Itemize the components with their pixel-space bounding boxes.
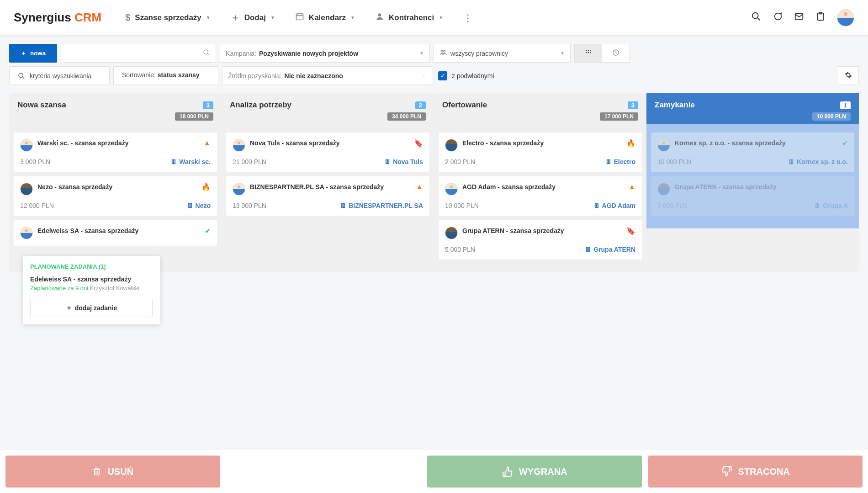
svg-point-7 xyxy=(441,50,443,52)
plus-icon: ＋ xyxy=(231,11,240,24)
user-avatar[interactable] xyxy=(837,9,854,27)
column-sum: 34 000 PLN xyxy=(387,112,426,121)
svg-rect-54 xyxy=(597,204,598,205)
search-icon[interactable] xyxy=(751,11,761,24)
svg-rect-14 xyxy=(590,52,591,53)
dollar-icon: $ xyxy=(125,12,130,23)
opportunity-card[interactable]: Electro - szansa sprzedaży 🔥 2 000 PLN E… xyxy=(439,133,642,172)
card-company-link[interactable]: Electro xyxy=(605,158,635,165)
new-button-label: nowa xyxy=(30,50,46,57)
card-company-link[interactable]: Warski sc. xyxy=(170,158,211,165)
card-title: Edelweiss SA - szansa sprzedaży xyxy=(37,227,200,235)
mail-icon[interactable] xyxy=(794,11,804,24)
opportunity-card[interactable]: Warski sc. - szansa sprzedaży ▲ 3 000 PL… xyxy=(14,133,217,172)
column-header[interactable]: Ofertowanie 3 17 000 PLN xyxy=(434,93,646,124)
new-button[interactable]: ＋ nowa xyxy=(9,44,57,63)
card-avatar xyxy=(445,183,458,196)
employees-dropdown[interactable]: wszyscy pracownicy ▼ xyxy=(434,44,571,63)
campaign-dropdown[interactable]: Kampania: Pozyskiwanie nowych projektów … xyxy=(220,44,430,63)
svg-rect-18 xyxy=(173,160,173,161)
card-company-link[interactable]: BIZNESPARTNER.PL SA xyxy=(340,202,423,209)
subordinates-label: z podwładnymi xyxy=(452,72,494,80)
card-title: Warski sc. - szansa sprzedaży xyxy=(37,139,199,148)
svg-rect-59 xyxy=(586,247,590,252)
svg-rect-69 xyxy=(790,161,791,162)
settings-button[interactable] xyxy=(838,66,859,85)
svg-rect-51 xyxy=(609,162,609,163)
opportunity-card[interactable]: Kornex sp. z o.o. - szansa sprzedaży ✔ 1… xyxy=(651,133,854,172)
svg-rect-20 xyxy=(173,161,173,162)
search-input[interactable] xyxy=(61,44,216,63)
nav-add[interactable]: ＋ Dodaj ▼ xyxy=(221,11,285,24)
chevron-down-icon: ▼ xyxy=(439,15,443,20)
column-header[interactable]: Zamykanie 1 10 000 PLN xyxy=(646,93,859,124)
card-company-link[interactable]: Kornex sp. z o.o. xyxy=(788,158,848,165)
nav-calendar[interactable]: Kalendarz ▼ xyxy=(285,12,365,23)
svg-rect-25 xyxy=(189,204,189,205)
opportunity-card[interactable]: Edelweiss SA - szansa sprzedaży ✔ xyxy=(14,220,217,246)
criteria-button[interactable]: kryteria wyszukiwania xyxy=(9,66,110,85)
svg-rect-24 xyxy=(188,203,191,208)
card-amount: 21 000 PLN xyxy=(233,158,266,165)
nav-more[interactable]: ⋮ xyxy=(453,12,482,23)
card-amount: 10 000 PLN xyxy=(657,158,691,165)
card-company-link[interactable]: Grupa ATERN xyxy=(585,246,635,253)
svg-rect-0 xyxy=(296,14,303,20)
opportunity-card[interactable]: Nezo - szansa sprzedaży 🔥 12 000 PLN Nez… xyxy=(14,176,217,216)
svg-rect-71 xyxy=(790,162,791,163)
svg-point-6 xyxy=(204,50,208,54)
nav-sales[interactable]: $ Szanse sprzedaży ▼ xyxy=(115,12,221,23)
column-header[interactable]: Nowa szansa 3 18 000 PLN xyxy=(9,93,222,124)
svg-rect-45 xyxy=(606,159,610,164)
criteria-label: kryteria wyszukiwania xyxy=(30,72,91,80)
svg-rect-48 xyxy=(607,161,608,162)
card-company-link[interactable]: AGD Adam xyxy=(593,202,635,209)
svg-rect-52 xyxy=(595,203,598,208)
svg-rect-42 xyxy=(344,205,344,206)
view-kanban[interactable] xyxy=(575,44,602,62)
view-history[interactable] xyxy=(602,44,630,62)
svg-rect-35 xyxy=(388,161,388,162)
indicator-icon: 🔖 xyxy=(414,139,423,148)
svg-rect-38 xyxy=(341,203,345,208)
opportunity-card[interactable]: AGD Adam - szansa sprzedaży ▲ 10 000 PLN… xyxy=(439,176,642,216)
toolbar: ＋ nowa Kampania: Pozyskiwanie nowych pro… xyxy=(0,36,868,93)
card-title: AGD Adam - szansa sprzedaży xyxy=(462,183,624,191)
nav-contractors-label: Kontrahenci xyxy=(389,13,434,22)
column-header[interactable]: Analiza potrzeby 2 34 000 PLN xyxy=(222,93,434,124)
checkbox-icon: ✓ xyxy=(438,71,447,80)
opportunity-card[interactable]: Nova Tuls - szansa sprzedaży 🔖 21 000 PL… xyxy=(226,133,429,172)
indicator-icon: ▲ xyxy=(203,139,211,147)
column-body: Nova Tuls - szansa sprzedaży 🔖 21 000 PL… xyxy=(222,124,434,228)
source-dropdown[interactable]: Źródło pozyskania: Nic nie zaznaczono ⋮ xyxy=(222,66,432,85)
indicator-icon: 🔥 xyxy=(626,139,635,148)
opportunity-card[interactable]: Grupa ATERN - szansa sprzedaży 🔖 5 000 P… xyxy=(439,220,642,260)
card-company-link[interactable]: Nezo xyxy=(187,202,211,209)
svg-rect-61 xyxy=(588,248,589,249)
svg-rect-76 xyxy=(816,205,817,206)
svg-rect-75 xyxy=(818,204,818,205)
svg-rect-73 xyxy=(815,203,819,208)
subordinates-checkbox[interactable]: ✓ z podwładnymi xyxy=(436,66,497,85)
card-amount: 12 000 PLN xyxy=(20,202,54,209)
kanban-board: Nowa szansa 3 18 000 PLN Warski sc. - sz… xyxy=(0,93,868,272)
card-company-link[interactable]: Grupa A xyxy=(814,202,848,209)
card-company-link[interactable]: Nova Tuls xyxy=(384,158,423,165)
kanban-column: Zamykanie 1 10 000 PLN Kornex sp. z o.o.… xyxy=(646,93,859,272)
chat-icon[interactable] xyxy=(773,11,783,24)
column-count: 1 xyxy=(840,101,851,109)
opportunity-card[interactable]: BIZNESPARTNER.PL SA - szansa sprzedaży ▲… xyxy=(226,176,429,216)
svg-rect-78 xyxy=(816,206,817,207)
clipboard-icon[interactable] xyxy=(815,11,826,24)
kebab-icon: ⋮ xyxy=(463,12,472,23)
search-field[interactable] xyxy=(67,50,203,57)
opportunity-card[interactable]: Grupa ATERN - szansa sprzedaży 5 000 PLN… xyxy=(651,176,854,216)
nav-contractors[interactable]: Kontrahenci ▼ xyxy=(365,12,453,23)
svg-rect-56 xyxy=(597,205,598,206)
sort-dropdown[interactable]: Sortowanie: status szansy xyxy=(113,66,218,85)
svg-rect-12 xyxy=(586,52,587,53)
kanban-column: Nowa szansa 3 18 000 PLN Warski sc. - sz… xyxy=(9,93,222,272)
indicator-icon: ✔ xyxy=(205,227,211,235)
nav-calendar-label: Kalendarz xyxy=(309,13,346,22)
column-title: Zamykanie xyxy=(655,101,695,110)
